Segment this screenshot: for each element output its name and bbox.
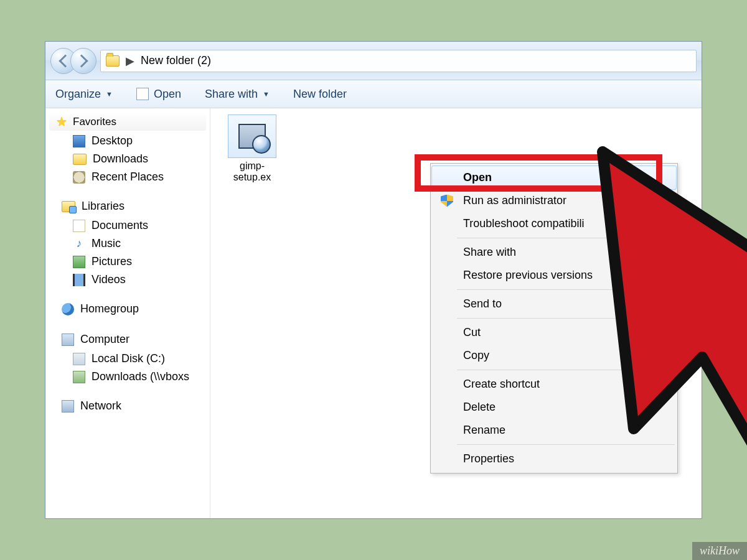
file-thumbnail [228,114,276,158]
disk-icon [73,353,85,365]
ctx-rename[interactable]: Rename [432,419,676,442]
open-button[interactable]: Open [136,88,181,101]
ctx-separator [457,238,675,238]
sidebar: Favorites Desktop Downloads Recent Place… [45,108,210,518]
ctx-separator [457,444,675,445]
share-with-menu[interactable]: Share with ▼ [205,88,270,101]
ctx-cut-label: Cut [463,326,481,338]
chevron-down-icon: ▼ [106,90,113,98]
address-bar[interactable]: ▶ New folder (2) [100,50,697,72]
watermark: wikiHow [692,542,747,560]
ctx-separator [457,318,675,319]
sidebar-item-pictures[interactable]: Pictures [45,253,210,271]
application-icon [136,88,149,100]
ctx-run-as-admin-label: Run as administrator [463,194,566,207]
ctx-properties-label: Properties [463,452,514,465]
ctx-send-to[interactable]: Send to ▶ [432,292,676,315]
libraries-label: Libraries [82,200,125,213]
sidebar-group-libraries[interactable]: Libraries [45,197,210,215]
file-name-line2: setup.ex [222,172,283,183]
new-folder-label: New folder [293,88,347,101]
homegroup-label: Homegroup [80,302,139,315]
libraries-icon [62,201,75,212]
sidebar-item-label: Documents [92,219,148,232]
ctx-copy[interactable]: Copy [432,344,676,367]
context-menu: Open Run as administrator Troubleshoot c… [430,163,678,474]
ctx-share-with[interactable]: Share with ▶ [432,241,676,264]
ctx-troubleshoot-label: Troubleshoot compatibili [463,217,584,230]
recent-icon [73,171,85,184]
documents-icon [73,220,85,232]
sidebar-item-label: Recent Places [92,170,164,184]
sidebar-group-favorites[interactable]: Favorites [49,113,206,131]
desktop-icon [73,135,85,147]
videos-icon [73,274,85,286]
toolbar: Organize ▼ Open Share with ▼ New folder [45,80,702,108]
organize-menu[interactable]: Organize ▼ [55,88,113,101]
sidebar-item-label: Local Disk (C:) [92,352,165,365]
sidebar-item-desktop[interactable]: Desktop [45,132,210,150]
music-icon: ♪ [73,238,85,250]
chevron-right-icon: ▶ [663,248,669,257]
sidebar-item-documents[interactable]: Documents [45,217,210,235]
open-label: Open [154,88,181,101]
ctx-delete-label: Delete [463,401,496,413]
titlebar: ▶ New folder (2) [45,42,702,80]
star-icon [55,116,68,128]
sidebar-item-network-drive[interactable]: Downloads (\\vboxs [45,368,210,386]
network-icon [62,400,74,413]
content-pane[interactable]: gimp- setup.ex Open Run as administrator… [210,108,702,518]
sidebar-item-label: Pictures [92,255,132,268]
computer-label: Computer [80,333,129,346]
ctx-send-to-label: Send to [463,297,502,310]
nav-buttons [50,48,96,74]
ctx-open-label: Open [463,171,492,184]
chevron-right-icon: ▶ [663,300,669,309]
sidebar-item-videos[interactable]: Videos [45,271,210,289]
forward-button[interactable] [70,48,96,74]
ctx-restore-label: Restore previous versions [463,269,593,281]
favorites-label: Favorites [73,116,116,128]
ctx-shortcut-label: Create shortcut [463,378,540,390]
file-name-line1: gimp- [222,161,283,172]
window-body: Favorites Desktop Downloads Recent Place… [45,108,702,518]
sidebar-item-label: Downloads [93,152,148,166]
sidebar-item-label: Videos [92,273,126,286]
sidebar-item-music[interactable]: ♪Music [45,235,210,253]
sidebar-item-label: Music [92,237,121,250]
organize-label: Organize [55,88,101,101]
computer-icon [62,334,74,346]
sidebar-item-recent-places[interactable]: Recent Places [45,168,210,186]
sidebar-item-label: Desktop [92,134,133,147]
ctx-separator [457,289,675,290]
ctx-open[interactable]: Open [431,166,677,190]
ctx-troubleshoot[interactable]: Troubleshoot compatibili [432,212,676,235]
ctx-run-as-admin[interactable]: Run as administrator [432,189,676,212]
ctx-share-with-label: Share with [463,246,516,258]
new-folder-button[interactable]: New folder [293,88,347,101]
ctx-copy-label: Copy [463,349,489,362]
ctx-delete[interactable]: Delete [432,396,676,419]
file-item[interactable]: gimp- setup.ex [222,114,283,184]
ctx-restore-versions[interactable]: Restore previous versions [432,264,676,287]
sidebar-item-local-disk[interactable]: Local Disk (C:) [45,350,210,368]
sidebar-item-label: Downloads (\\vboxs [92,370,189,383]
ctx-properties[interactable]: Properties [432,447,676,470]
shield-icon [441,195,453,207]
share-label: Share with [205,88,258,101]
homegroup-icon [62,303,74,315]
pictures-icon [73,256,85,268]
sidebar-item-downloads[interactable]: Downloads [45,150,210,168]
folder-icon [73,154,87,165]
sidebar-group-computer[interactable]: Computer [45,330,210,348]
sidebar-item-network[interactable]: Network [45,397,210,415]
folder-icon [106,55,120,67]
explorer-window: ▶ New folder (2) Organize ▼ Open Share w… [45,41,702,519]
ctx-separator [457,370,675,370]
sidebar-item-homegroup[interactable]: Homegroup [45,300,210,318]
chevron-down-icon: ▼ [263,90,270,98]
ctx-create-shortcut[interactable]: Create shortcut [432,373,676,396]
ctx-rename-label: Rename [463,424,505,436]
ctx-cut[interactable]: Cut [432,321,676,344]
address-text: New folder (2) [141,54,211,67]
